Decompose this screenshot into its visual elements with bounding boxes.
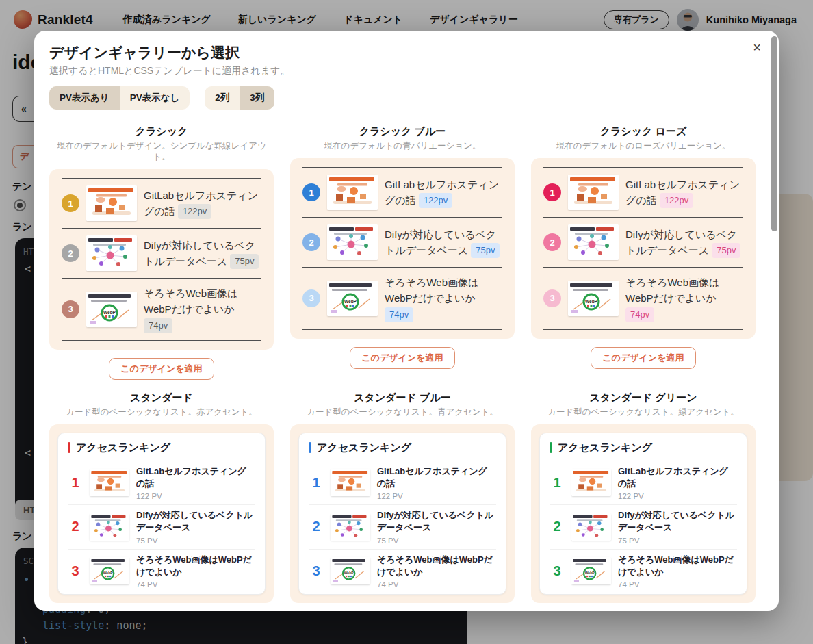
close-icon[interactable]: × [753, 40, 761, 54]
column-toggle-option[interactable]: 3列 [240, 86, 274, 110]
article-title: そろそろWeb画像はWebPだけでよいか [377, 554, 496, 578]
rank-badge: 3 [302, 289, 320, 307]
ranking-item: 2Difyが対応しているベクトルデータベース75 PV [550, 505, 737, 549]
article-title: GitLabセルフホスティングの話 122pv [385, 177, 502, 209]
pv-badge: 75pv [712, 243, 740, 258]
pv-toggle-option[interactable]: PV表示なし [120, 86, 190, 110]
design-name: スタンダード [49, 391, 274, 404]
article-title: GitLabセルフホスティングの話 [377, 465, 496, 490]
apply-design-button[interactable]: このデザインを適用 [591, 347, 695, 369]
classic-preview-card: 1GitLabセルフホスティングの話 122pv2Difyが対応しているベクトル… [290, 158, 515, 339]
ranking-item: 2Difyが対応しているベクトルデータベース 75pv [62, 229, 261, 279]
design-option: クラシック ブルー現在のデフォルトの青バリエーション。1GitLabセルフホステ… [290, 125, 515, 380]
article-text: GitLabセルフホスティングの話122 PV [618, 465, 737, 500]
gitlab-article-thumbnail [90, 469, 129, 496]
design-option: スタンダード ブルーカード型のベーシックなリスト。青アクセント。アクセスランキン… [290, 391, 515, 611]
article-title: GitLabセルフホスティングの話 122pv [144, 188, 261, 220]
article-title: Difyが対応しているベクトルデータベース 75pv [385, 227, 502, 259]
article-title: GitLabセルフホスティングの話 122pv [625, 177, 743, 209]
classic-preview-card: 1GitLabセルフホスティングの話 122pv2Difyが対応しているベクトル… [49, 169, 274, 350]
article-text: Difyが対応しているベクトルデータベース75 PV [136, 509, 255, 544]
article-title: Difyが対応しているベクトルデータベース [618, 509, 737, 534]
article-title: そろそろWeb画像はWebPだけでよいか 74pv [625, 274, 743, 322]
rank-number: 2 [309, 519, 324, 534]
pv-badge: 74pv [144, 318, 172, 333]
ranking-item: 3WebPそろそろWeb画像はWebPだけでよいか74 PV [550, 550, 737, 593]
article-text: そろそろWeb画像はWebPだけでよいか74 PV [377, 554, 496, 589]
gitlab-article-thumbnail [331, 469, 370, 496]
design-description: 現在のデフォルトのローズバリエーション。 [531, 140, 756, 151]
rank-number: 2 [550, 519, 565, 534]
gitlab-article-thumbnail [571, 469, 611, 496]
dify-article-thumbnail [90, 513, 129, 541]
article-text: GitLabセルフホスティングの話122 PV [377, 465, 496, 500]
pv-toggle-option[interactable]: PV表示あり [49, 86, 120, 110]
gitlab-article-thumbnail [86, 185, 137, 221]
ranking-card-header: アクセスランキング [550, 441, 737, 461]
article-title: GitLabセルフホスティングの話 [136, 465, 255, 490]
apply-design-button[interactable]: このデザインを適用 [109, 358, 214, 380]
rank-number: 1 [550, 475, 565, 491]
design-description: 現在のデフォルトの青バリエーション。 [290, 140, 515, 151]
svg-text:WebP: WebP [585, 571, 595, 575]
dify-article-thumbnail [568, 224, 619, 260]
standard-preview-card: アクセスランキング1GitLabセルフホスティングの話122 PV2Difyが対… [49, 424, 274, 603]
design-name: クラシック ローズ [531, 125, 756, 138]
apply-row: このデザインを適用 [290, 347, 515, 369]
column-toggle-group: 2列3列 [205, 86, 274, 110]
ranking-item: 3WebPそろそろWeb画像はWebPだけでよいか 74pv [302, 268, 502, 330]
pv-badge: 75pv [230, 254, 259, 269]
article-text: GitLabセルフホスティングの話122 PV [136, 465, 255, 500]
pv-count: 75 PV [377, 537, 496, 545]
design-option: スタンダードカード型のベーシックなリスト。赤アクセント。アクセスランキング1Gi… [49, 391, 274, 611]
article-title: GitLabセルフホスティングの話 [618, 465, 737, 490]
svg-text:WebP: WebP [344, 571, 354, 575]
article-title: Difyが対応しているベクトルデータベース [377, 509, 496, 534]
ranking-item: 3WebPそろそろWeb画像はWebPだけでよいか 74pv [543, 268, 743, 330]
article-title: そろそろWeb画像はWebPだけでよいか 74pv [385, 274, 502, 322]
rank-badge: 1 [62, 194, 79, 212]
webp-article-thumbnail: WebP [90, 557, 129, 584]
rank-number: 3 [68, 563, 83, 579]
dify-article-thumbnail [327, 224, 378, 260]
accent-bar-icon [309, 442, 311, 453]
ranking-item: 1GitLabセルフホスティングの話122 PV [309, 461, 496, 505]
screen: Ranklet4 作成済みランキング新しいランキングドキュメントデザインギャラリ… [0, 0, 813, 644]
article-text: Difyが対応しているベクトルデータベース75 PV [618, 509, 737, 544]
webp-article-thumbnail: WebP [568, 281, 619, 316]
svg-text:WebP: WebP [344, 298, 357, 303]
rank-number: 2 [68, 519, 83, 534]
pv-count: 74 PV [136, 580, 255, 589]
ranking-item: 1GitLabセルフホスティングの話122 PV [68, 461, 255, 505]
pv-count: 122 PV [377, 492, 496, 500]
ranking-item: 2Difyが対応しているベクトルデータベース75 PV [68, 505, 255, 549]
standard-preview-card: アクセスランキング1GitLabセルフホスティングの話122 PV2Difyが対… [290, 424, 515, 603]
design-description: 現在のデフォルトデザイン。シンプルな罫線レイアウト。 [49, 140, 274, 162]
design-option: スタンダード グリーンカード型のベーシックなリスト。緑アクセント。アクセスランキ… [531, 391, 756, 611]
dify-article-thumbnail [331, 513, 370, 541]
column-toggle-option[interactable]: 2列 [205, 86, 240, 110]
rank-badge: 1 [543, 183, 561, 201]
ranking-item: 2Difyが対応しているベクトルデータベース75 PV [309, 505, 496, 549]
rank-badge: 2 [302, 233, 320, 251]
ranking-card-title: アクセスランキング [558, 441, 652, 454]
apply-row: このデザインを適用 [531, 347, 756, 369]
design-name: クラシック [49, 125, 274, 138]
ranking-item: 2Difyが対応しているベクトルデータベース 75pv [543, 218, 743, 268]
ranking-item: 2Difyが対応しているベクトルデータベース 75pv [302, 218, 502, 268]
webp-article-thumbnail: WebP [331, 557, 370, 584]
apply-design-button[interactable]: このデザインを適用 [350, 347, 454, 369]
design-description: カード型のベーシックなリスト。赤アクセント。 [49, 407, 274, 417]
gitlab-article-thumbnail [327, 175, 378, 210]
webp-article-thumbnail: WebP [86, 292, 137, 327]
ranking-card-header: アクセスランキング [68, 441, 255, 461]
ranking-card-title: アクセスランキング [317, 441, 411, 454]
modal-scrollbar-thumb[interactable] [771, 36, 777, 231]
ranking-item: 3WebPそろそろWeb画像はWebPだけでよいか74 PV [309, 550, 496, 593]
rank-badge: 1 [302, 183, 320, 201]
article-title: そろそろWeb画像はWebPだけでよいか 74pv [144, 285, 261, 333]
rank-number: 3 [309, 563, 324, 579]
ranking-item: 1GitLabセルフホスティングの話 122pv [302, 168, 502, 218]
rank-badge: 2 [543, 233, 561, 251]
pv-badge: 75pv [471, 243, 500, 258]
